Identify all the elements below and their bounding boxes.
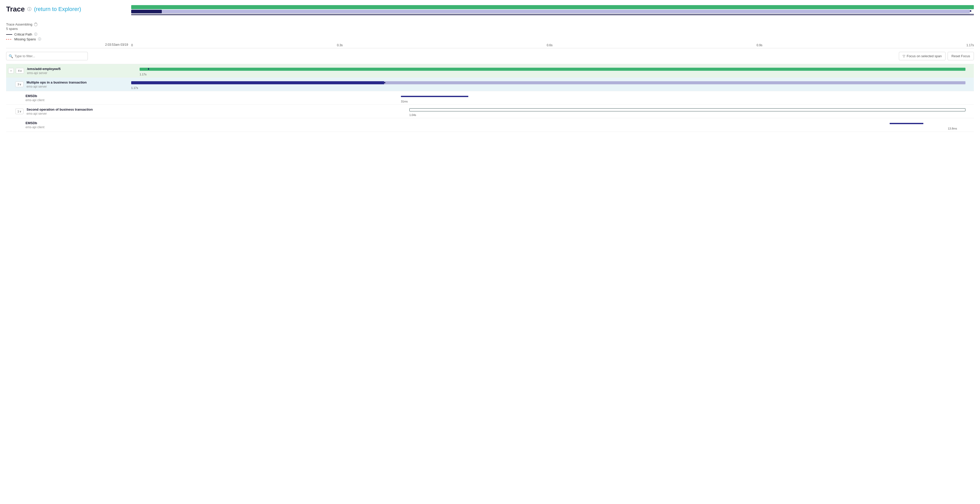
span-name-emsdb1: EMSDb [25,94,131,98]
filter-input[interactable] [6,52,88,60]
spans-count: 5 spans [6,27,974,31]
chevron-down-icon: ∨ [20,69,22,73]
span-name-emsdb2: EMSDb [25,121,131,125]
page-container: Trace ⓘ (return to Explorer) Trace Assem… [0,0,980,504]
bar-ops-dark [131,81,384,84]
time-label-09: 0.9s [756,43,762,47]
span-name-root: /ems/add-employee/5 [27,67,131,71]
span-row-root[interactable]: − 4 ∨ /ems/add-employee/5 ems-api server [6,64,974,78]
legend-row: Critical Path ⓘ Missing Spans ⓘ [6,32,974,41]
bar-ops-dot [384,82,385,83]
time-axis-labels: 0 0.3s 0.6s 0.9s 1.17s [131,43,974,47]
span-name-ops: Multiple ops in a business transaction [27,80,131,84]
critical-path-legend: Critical Path ⓘ [6,32,974,37]
span-left-emsdb2: EMSDb ems-api client [6,118,131,132]
search-icon: 🔍 [9,54,13,58]
top-bar-dot-right [970,10,971,12]
critical-path-label: Critical Path [14,32,32,36]
return-to-explorer-link[interactable]: (return to Explorer) [34,6,81,13]
time-label-117: 1.17s [966,43,974,47]
meta-section: Trace Assembling 5 spans Critical Path ⓘ… [6,22,974,41]
time-label-0: 0 [131,43,133,47]
focus-on-selected-span-button[interactable]: ▽ Focus on selected span [899,52,945,60]
bar-emsdb1 [401,96,468,97]
collapse-count-ops-label: 3 [18,83,19,86]
span-service-second-op: ems-api server [27,112,131,115]
duration-second-op: 1.04s [409,113,416,116]
top-timeline-bars [131,5,974,21]
span-service-emsdb2: ems-api client [25,125,131,129]
duration-root: 1.17s [140,73,146,76]
span-left-second-op: 1 ∨ Second operation of business transac… [6,105,131,118]
page-title: Trace [6,5,25,13]
duration-emsdb2: 13.8ms [948,127,957,130]
span-info-emsdb1: EMSDb ems-api client [24,94,131,102]
filter-actions: ▽ Focus on selected span Reset Focus [899,52,974,60]
duration-ops: 1.17s [131,86,138,89]
span-service-root: ems-api server [27,71,131,75]
header-left: Trace ⓘ (return to Explorer) [6,5,131,21]
collapse-count-button-root[interactable]: 4 ∨ [16,68,24,73]
span-row-emsdb1[interactable]: EMSDb ems-api client 31ms [6,91,974,105]
missing-spans-label: Missing Spans [14,37,36,41]
collapse-count-button-ops[interactable]: 3 ∨ [15,81,24,87]
focus-button-label: Focus on selected span [907,54,942,58]
bar-root-green [140,68,966,71]
span-service-emsdb1: ems-api client [25,98,131,102]
span-left-emsdb1: EMSDb ems-api client [6,91,131,104]
span-left-ops: 3 ∨ Multiple ops in a business transacti… [6,78,131,91]
time-axis-timestamp: 2:03:53am 03/19 [6,43,131,47]
time-label-03: 0.3s [337,43,343,47]
span-right-ops: 1.17s [131,78,974,91]
missing-spans-line [6,39,12,40]
collapse-count-label: 4 [18,69,19,72]
time-axis-row: 2:03:53am 03/19 0 0.3s 0.6s 0.9s 1.17s [6,43,974,48]
span-info-ops: Multiple ops in a business transaction e… [24,80,131,88]
span-left-root: − 4 ∨ /ems/add-employee/5 ems-api server [6,64,131,77]
top-bar-purple [131,10,970,13]
critical-path-info-icon[interactable]: ⓘ [34,32,37,37]
span-info-second-op: Second operation of business transaction… [24,108,131,115]
span-info-emsdb2: EMSDb ems-api client [24,121,131,129]
span-row-ops[interactable]: 3 ∨ Multiple ops in a business transacti… [6,78,974,91]
span-right-emsdb2: 13.8ms [131,118,974,132]
chevron-down-icon-ops: ∨ [19,83,21,86]
missing-spans-legend: Missing Spans ⓘ [6,37,974,41]
top-bar-green [131,5,974,9]
bar-root-dot [148,68,149,70]
span-right-root: 1.17s [131,64,974,77]
collapse-count-second-label: 1 [18,110,19,113]
span-right-emsdb1: 31ms [131,91,974,104]
span-info-root: /ems/add-employee/5 ems-api server [25,67,131,75]
duration-emsdb1: 31ms [401,100,408,103]
span-service-ops: ems-api server [27,85,131,88]
bar-second-op [409,108,966,112]
span-name-second-op: Second operation of business transaction [27,108,131,112]
top-bar-dark-left [131,10,162,13]
span-row-second-op[interactable]: 1 ∨ Second operation of business transac… [6,105,974,118]
reset-button-label: Reset Focus [951,54,970,58]
collapse-count-button-second[interactable]: 1 ∨ [15,108,24,114]
time-label-06: 0.6s [547,43,552,47]
missing-spans-info-icon[interactable]: ⓘ [38,37,41,41]
info-icon[interactable]: ⓘ [27,6,32,12]
filter-input-wrap: 🔍 [6,52,88,60]
header-area: Trace ⓘ (return to Explorer) [6,5,974,21]
filter-icon: ▽ [903,54,905,58]
bar-emsdb2 [890,123,923,124]
header-row: Trace ⓘ (return to Explorer) [6,5,131,13]
critical-path-line [6,34,12,35]
span-right-second-op: 1.04s [131,105,974,118]
trace-assembling-label: Trace Assembling [6,22,32,26]
collapse-minus-button[interactable]: − [8,68,14,73]
chevron-down-icon-second: ∨ [19,110,21,113]
trace-assembling: Trace Assembling [6,22,974,26]
span-row-emsdb2[interactable]: EMSDb ems-api client 13.8ms [6,118,974,132]
assembling-spinner [34,23,38,26]
top-bar-dark-bottom [131,14,974,15]
reset-focus-button[interactable]: Reset Focus [948,52,974,60]
filter-bar: 🔍 ▽ Focus on selected span Reset Focus [6,48,974,64]
spans-container: − 4 ∨ /ems/add-employee/5 ems-api server [6,64,974,132]
